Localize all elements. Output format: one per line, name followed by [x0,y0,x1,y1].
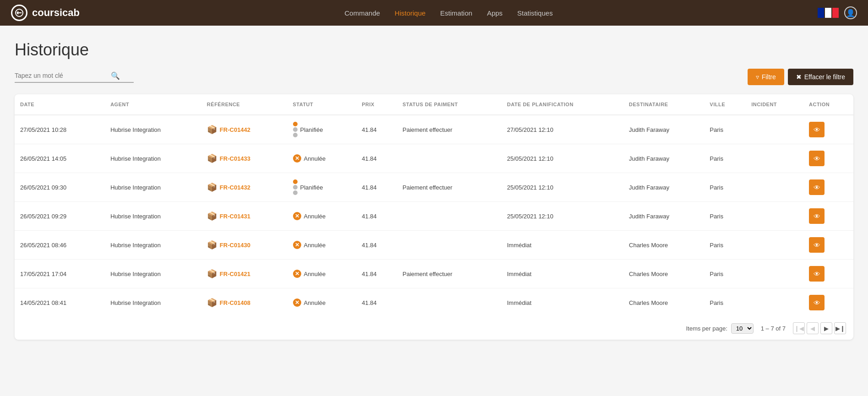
logo-icon [11,5,27,21]
dot-orange [293,179,298,184]
logo: coursicab [11,5,80,21]
cell-destinataire: Judith Faraway [624,144,705,173]
dot-grey-2 [293,190,298,195]
cancelled-icon: ✕ [293,270,301,278]
reference-link[interactable]: FR-C01431 [220,213,250,220]
reference-link[interactable]: FR-C01432 [220,184,250,191]
package-icon: 📦 [207,182,217,192]
view-button[interactable]: 👁 [809,266,825,282]
cell-date-planification: Immédiat [501,260,623,288]
prev-page-button[interactable]: ◀ [807,322,819,334]
col-action: ACTION [803,94,853,115]
cell-ville: Paris [704,202,746,231]
table-row: 27/05/2021 10:28Hubrise Integration📦FR-C… [15,115,853,144]
view-button[interactable]: 👁 [809,179,825,195]
search-input[interactable] [15,72,111,79]
table-row: 17/05/2021 17:04Hubrise Integration📦FR-C… [15,260,853,288]
cell-agent: Hubrise Integration [105,202,201,231]
reference-link[interactable]: FR-C01433 [220,155,250,162]
user-avatar-icon[interactable]: 👤 [844,6,857,19]
statut-label: Annulée [304,155,326,162]
next-page-button[interactable]: ▶ [820,322,832,334]
col-incident: INCIDENT [746,94,803,115]
eye-icon: 👁 [814,270,820,278]
cell-prix: 41.84 [356,288,397,317]
col-status-paiment: STATUS DE PAIMENT [397,94,501,115]
page-navigation: ❙◀ ◀ ▶ ▶❙ [793,322,846,334]
dot-orange [293,122,298,126]
package-icon: 📦 [207,211,217,221]
table-header-row: DATE AGENT RÉFÉRENCE STATUT PRIX STATUS … [15,94,853,115]
cell-statut: ✕Annulée [288,231,357,260]
cell-ville: Paris [704,144,746,173]
cell-date: 17/05/2021 17:04 [15,260,105,288]
cell-action: 👁 [803,260,853,288]
filter-icon: ▿ [756,73,759,81]
cell-status-paiment [397,231,501,260]
top-bar: 🔍 ▿ Filtre ✖ Effacer le filtre [15,69,853,85]
filter-button[interactable]: ▿ Filtre [748,69,784,85]
nav-apps[interactable]: Apps [487,9,503,17]
last-page-button[interactable]: ▶❙ [834,322,846,334]
header: coursicab Commande Historique Estimation… [0,0,868,26]
nav-commande[interactable]: Commande [345,9,380,17]
view-button[interactable]: 👁 [809,237,825,253]
header-right: 👤 [818,6,857,19]
cell-statut: Planifiée [288,115,357,144]
eye-icon: 👁 [814,184,820,191]
nav-estimation[interactable]: Estimation [440,9,472,17]
col-agent: AGENT [105,94,201,115]
cell-reference: 📦FR-C01433 [201,144,288,173]
items-per-page-select[interactable]: 10 25 50 [731,323,754,334]
items-per-page-label: Items per page: [686,325,727,332]
eye-icon: 👁 [814,212,820,220]
table-row: 26/05/2021 08:46Hubrise Integration📦FR-C… [15,231,853,260]
cell-status-paiment [397,288,501,317]
cell-prix: 41.84 [356,260,397,288]
cancelled-icon: ✕ [293,298,301,307]
cell-ville: Paris [704,173,746,202]
clear-filter-button[interactable]: ✖ Effacer le filtre [788,69,853,85]
view-button[interactable]: 👁 [809,122,825,137]
cell-destinataire: Charles Moore [624,231,705,260]
view-button[interactable]: 👁 [809,151,825,166]
cell-status-paiment [397,202,501,231]
nav-statistiques[interactable]: Statistiques [517,9,553,17]
view-button[interactable]: 👁 [809,295,825,310]
reference-link[interactable]: FR-C01421 [220,271,250,277]
cell-action: 👁 [803,115,853,144]
cell-date: 27/05/2021 10:28 [15,115,105,144]
nav-historique[interactable]: Historique [395,9,426,17]
clear-icon: ✖ [796,73,802,81]
eye-icon: 👁 [814,126,820,134]
col-ville: VILLE [704,94,746,115]
first-page-button[interactable]: ❙◀ [793,322,805,334]
reference-link[interactable]: FR-C01430 [220,242,250,249]
statut-label: Annulée [304,271,326,277]
reference-link[interactable]: FR-C01442 [220,126,250,133]
cell-action: 👁 [803,288,853,317]
cell-destinataire: Charles Moore [624,260,705,288]
cell-agent: Hubrise Integration [105,260,201,288]
cell-date: 14/05/2021 08:41 [15,288,105,317]
statut-label: Annulée [304,213,326,220]
view-button[interactable]: 👁 [809,208,825,224]
cell-incident [746,144,803,173]
items-per-page: Items per page: 10 25 50 [686,323,753,334]
dot-grey-2 [293,133,298,137]
col-date: DATE [15,94,105,115]
flag-icon [818,8,839,18]
cell-action: 👁 [803,144,853,173]
status-dots [293,179,298,195]
cell-ville: Paris [704,231,746,260]
page-content: Historique 🔍 ▿ Filtre ✖ Effacer le filtr… [0,26,868,347]
cell-prix: 41.84 [356,231,397,260]
filter-buttons: ▿ Filtre ✖ Effacer le filtre [748,69,853,85]
cell-reference: 📦FR-C01431 [201,202,288,231]
cell-prix: 41.84 [356,173,397,202]
table-row: 14/05/2021 08:41Hubrise Integration📦FR-C… [15,288,853,317]
reference-link[interactable]: FR-C01408 [220,299,250,306]
search-icon[interactable]: 🔍 [111,71,120,80]
cell-action: 👁 [803,173,853,202]
cell-incident [746,231,803,260]
